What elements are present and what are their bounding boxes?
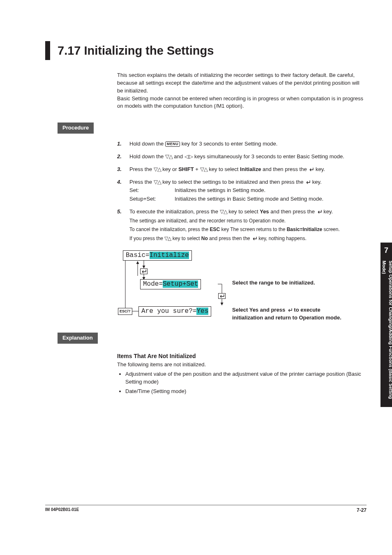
text: keys simultaneously for 3 seconds to ent… <box>194 153 344 160</box>
lcd-highlight: Yes <box>196 308 208 315</box>
text: and then press the <box>270 208 316 215</box>
step-number: 5. <box>117 208 129 242</box>
page-footer: IM 04P02B01-01E 7-27 <box>45 505 367 514</box>
step-5: 5. To execute the initialization, press … <box>117 208 367 242</box>
intro-para-2: Basic Setting mode cannot be entered whe… <box>117 95 367 111</box>
step-4: 4. Press the ▽△ key to select the settin… <box>117 178 367 204</box>
note-3: If you press the ▽△ key to select No and… <box>129 235 367 242</box>
lcd-highlight: Initialize <box>150 252 189 259</box>
text: To cancel the initialization, press the <box>129 227 210 232</box>
list-item: Adjustment value of the pen position and… <box>125 370 367 386</box>
text: screen. <box>323 227 339 232</box>
text: key, nothing happens. <box>258 236 307 241</box>
step-1: 1. Hold down the MENU key for 3 seconds … <box>117 140 367 148</box>
up-down-icon: ▽△ <box>154 166 161 173</box>
text: key. <box>316 166 325 172</box>
text: key to select <box>209 166 240 172</box>
list-item: Date/Time (Setting mode) <box>125 388 367 395</box>
text: and <box>174 153 184 160</box>
lcd-basic-initialize: Basic=Initialize <box>123 250 192 260</box>
lcd-are-you-sure: Are you sure?=Yes <box>138 306 211 316</box>
text: key to select the settings to be initial… <box>162 179 305 185</box>
text: Press the <box>129 179 154 185</box>
initialize-label: Initialize <box>240 166 261 172</box>
shift-label: SHIFT <box>178 166 194 172</box>
text: Hold down the <box>129 141 165 147</box>
step-body: Hold down the ▽△ and ◁ ▷ keys simultaneo… <box>129 153 367 161</box>
text: key to select <box>173 236 201 241</box>
section-title: 7.17 Initializing the Settings <box>58 42 214 59</box>
lcd-text: Are you sure?= <box>141 308 196 315</box>
intro-block: This section explains the details of ini… <box>117 72 367 110</box>
title-accent-bar <box>45 41 50 60</box>
svg-rect-7 <box>141 269 148 274</box>
text: key for 3 seconds to enter Setting mode. <box>182 141 277 147</box>
left-right-icon: ◁ ▷ <box>184 153 193 161</box>
enter-icon <box>218 293 226 299</box>
section-title-row: 7.17 Initializing the Settings <box>45 41 367 60</box>
esc-key-icon: ESC/? <box>118 308 132 315</box>
not-init-list: Adjustment value of the pen position and… <box>117 370 367 395</box>
step-body: Hold down the MENU key for 3 seconds to … <box>129 140 367 148</box>
step-body: To execute the initialization, press the… <box>129 208 367 242</box>
explanation-label: Explanation <box>58 333 98 344</box>
text: Hold down the <box>129 153 165 160</box>
menu-key-icon: MENU <box>165 141 180 147</box>
enter-icon <box>251 236 257 241</box>
explanation-block: Items That Are Not Initialized The follo… <box>117 352 367 395</box>
opt-key: Set: <box>129 187 175 194</box>
step-number: 2. <box>117 153 129 161</box>
enter-icon <box>316 210 322 214</box>
chapter-number: 7 <box>380 243 392 259</box>
steps-block: 1. Hold down the MENU key for 3 seconds … <box>117 140 367 242</box>
up-down-icon: ▽△ <box>220 208 227 216</box>
doc-id: IM 04P02B01-01E <box>45 507 79 514</box>
text: key or <box>162 166 178 172</box>
caption-select-yes: Select Yes and press to execute initiali… <box>232 306 343 322</box>
enter-icon <box>140 268 148 274</box>
enter-icon <box>287 308 293 312</box>
text: key. <box>323 208 333 215</box>
items-not-initialized-head: Items That Are Not Initialized <box>117 352 367 360</box>
up-down-icon: ▽△ <box>165 153 173 161</box>
chapter-title-vertical: Setup Operations for Changing/Adding Fun… <box>380 259 392 405</box>
items-not-initialized-lead: The following items are not initialized. <box>117 361 367 369</box>
up-down-icon: ▽△ <box>164 235 171 242</box>
lcd-text: Mode= <box>143 280 163 288</box>
chapter-side-tab: 7 Setup Operations for Changing/Adding F… <box>380 243 392 407</box>
step-3: 3. Press the ▽△ key or SHIFT + ▽△ key to… <box>117 166 367 173</box>
opt-val: Initializes the settings in Setting mode… <box>175 187 367 194</box>
procedure-label: Procedure <box>58 123 94 134</box>
text: key The screen returns to the <box>221 227 286 232</box>
intro-para-1: This section explains the details of ini… <box>117 72 367 95</box>
page: 7.17 Initializing the Settings This sect… <box>0 0 392 555</box>
caption-select-range: Select the range to be initialized. <box>232 279 343 287</box>
text: key. <box>312 179 322 185</box>
lcd-highlight: Setup+Set <box>163 280 198 288</box>
lcd-text: Basic= <box>126 252 150 259</box>
step-number: 3. <box>117 166 129 173</box>
lcd-mode-setupset: Mode=Setup+Set <box>140 279 201 289</box>
enter-icon <box>305 180 311 185</box>
text: key to select <box>228 208 260 215</box>
svg-rect-8 <box>219 294 226 299</box>
yes-label: Yes <box>260 208 269 215</box>
page-number: 7-27 <box>357 507 367 514</box>
opt-val: Initializes the settings in Basic Settin… <box>175 195 367 203</box>
text: Select Yes and press <box>232 307 287 313</box>
step-number: 4. <box>117 178 129 204</box>
text: + <box>195 166 200 172</box>
no-label: No <box>201 236 208 241</box>
text: and then press the <box>263 166 308 172</box>
text: If you press the <box>129 236 164 241</box>
step-body: Press the ▽△ key or SHIFT + ▽△ key to se… <box>129 166 367 173</box>
note-1: The settings are initialized, and the re… <box>129 217 367 224</box>
up-down-icon: ▽△ <box>200 166 208 173</box>
step-2: 2. Hold down the ▽△ and ◁ ▷ keys simulta… <box>117 153 367 161</box>
text: To execute the initialization, press the <box>129 208 220 215</box>
note-2: To cancel the initialization, press the … <box>129 226 367 233</box>
text: and press then the <box>209 236 251 241</box>
esc-label: ESC <box>210 227 220 232</box>
init-options-table: Set: Initializes the settings in Setting… <box>129 187 367 203</box>
flow-diagram: Basic=Initialize Mode=Setup+Set Are you … <box>117 250 367 328</box>
